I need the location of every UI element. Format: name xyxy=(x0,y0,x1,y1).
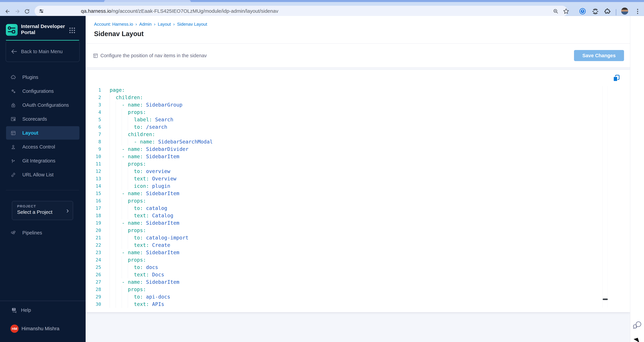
sidebar-item-plugins[interactable]: Plugins xyxy=(0,70,86,84)
user-avatar: HM xyxy=(10,325,19,333)
browser-toolbar: qa.harness.io/ng/account/zEaak-FLS425IEO… xyxy=(0,2,644,16)
action-bar: Configure the position of nav items in t… xyxy=(86,44,630,67)
editor-line: 19- name: SidebarItem xyxy=(86,219,602,227)
line-content: icon: plugin xyxy=(110,182,170,190)
sidebar-item-configurations[interactable]: Configurations xyxy=(0,84,86,98)
editor-scrollbar-thumb[interactable] xyxy=(603,299,608,300)
sidebar-item-git-integrations[interactable]: Git Integrations xyxy=(0,154,86,167)
project-value: Select a Project xyxy=(17,209,52,215)
site-settings-icon[interactable] xyxy=(38,8,44,14)
breadcrumb-item[interactable]: Layout xyxy=(158,22,171,27)
sidebar-item-oauth-configurations[interactable]: OAuth Configurations xyxy=(0,98,86,112)
back-to-main-menu[interactable]: Back to Main Menu xyxy=(6,41,80,62)
line-number: 8 xyxy=(86,138,101,145)
pipelines-icon xyxy=(10,230,16,236)
person-icon xyxy=(10,144,16,150)
line-content: - name: SidebarDivider xyxy=(110,145,188,153)
line-number: 3 xyxy=(86,101,101,109)
line-content: props: xyxy=(110,109,146,116)
line-content: props: xyxy=(110,227,146,234)
line-number: 1 xyxy=(86,86,101,94)
lock-icon xyxy=(10,102,16,108)
editor-line: 15- name: SidebarItem xyxy=(86,190,602,197)
line-content: to: api-docs xyxy=(110,293,170,301)
zoom-icon[interactable] xyxy=(553,8,559,14)
breadcrumb-item[interactable]: Admin xyxy=(139,22,152,27)
sidebar-item-access-control[interactable]: Access Control xyxy=(0,140,86,154)
chat-widget-icon[interactable] xyxy=(632,320,642,330)
copy-icon[interactable] xyxy=(612,74,621,82)
fork-icon xyxy=(10,158,16,164)
forward-icon[interactable] xyxy=(14,8,20,14)
breadcrumb-item[interactable]: Sidenav Layout xyxy=(177,22,207,27)
chevron-right-icon: › xyxy=(66,206,69,215)
project-selector[interactable]: PROJECT Select a Project › xyxy=(12,201,73,220)
sidebar-item-label: Plugins xyxy=(22,70,38,84)
line-number: 18 xyxy=(86,212,101,219)
app-switcher-icon[interactable] xyxy=(69,27,76,34)
url-text[interactable]: qa.harness.io/ng/account/zEaak-FLS425IEO… xyxy=(81,6,278,16)
idp-logo-icon[interactable] xyxy=(6,24,18,36)
line-content: text: Overview xyxy=(110,175,176,182)
onepassword-extension-icon[interactable] xyxy=(579,8,586,14)
help-button[interactable]: Help xyxy=(0,304,86,317)
sidebar-item-url-allow-list[interactable]: URL Allow List xyxy=(0,168,86,181)
yaml-editor-card: 1page:2children:3- name: SidebarGroup4pr… xyxy=(86,70,630,312)
line-content: text: Catalog xyxy=(110,212,173,219)
sidebar-item-label: OAuth Configurations xyxy=(22,98,69,112)
line-content: children: xyxy=(110,131,155,138)
line-number: 29 xyxy=(86,293,101,301)
line-number: 21 xyxy=(86,234,101,242)
editor-line: 6to: /search xyxy=(86,123,602,131)
line-number: 20 xyxy=(86,227,101,234)
sidebar-item-label: Access Control xyxy=(22,140,55,154)
url-path: /ng/account/zEaak-FLS425IEO7OLzMUg/modul… xyxy=(111,8,278,14)
line-content: - name: SidebarGroup xyxy=(110,101,182,109)
sidebar-item-label: Pipelines xyxy=(22,226,42,240)
line-content: text: Docs xyxy=(110,271,164,278)
line-number: 19 xyxy=(86,219,101,227)
editor-line: 22text: Create xyxy=(86,242,602,249)
sidebar-item-label: Scorecards xyxy=(22,112,47,126)
sidebar-item-scorecards[interactable]: Scorecards xyxy=(0,112,86,126)
reload-icon[interactable] xyxy=(24,8,30,14)
sidebar-item-layout[interactable]: Layout xyxy=(0,126,86,140)
bookmark-star-icon[interactable] xyxy=(563,8,570,14)
active-tab[interactable] xyxy=(104,0,191,2)
line-content: to: catalog-import xyxy=(110,234,188,242)
page-header: Account: Harness.io›Admin›Layout›Sidenav… xyxy=(86,16,630,44)
editor-line: 24props: xyxy=(86,256,602,264)
editor-line: 27- name: SidebarItem xyxy=(86,278,602,286)
browser-profile-avatar[interactable] xyxy=(621,7,628,14)
breadcrumb-item[interactable]: Account: Harness.io xyxy=(94,22,133,27)
line-content: to: docs xyxy=(110,264,158,271)
layout-icon xyxy=(10,130,16,136)
line-content: to: /search xyxy=(110,123,167,131)
sidebar: Internal DeveloperPortal Back to Main Me… xyxy=(0,16,86,342)
line-number: 9 xyxy=(86,145,101,153)
sidebar-item-pipelines[interactable]: Pipelines xyxy=(0,226,86,240)
yaml-editor[interactable]: 1page:2children:3- name: SidebarGroup4pr… xyxy=(86,86,602,308)
line-content: - name: SidebarSearchModal xyxy=(110,138,213,145)
line-number: 2 xyxy=(86,94,101,101)
editor-line: 30text: APIs xyxy=(86,301,602,308)
save-changes-button[interactable]: Save Changes xyxy=(574,50,624,61)
line-number: 14 xyxy=(86,182,101,190)
browser-menu-icon[interactable] xyxy=(636,8,640,15)
back-icon[interactable] xyxy=(4,8,10,14)
editor-line: 13text: Overview xyxy=(86,175,602,182)
url-bar[interactable]: qa.harness.io/ng/account/zEaak-FLS425IEO… xyxy=(34,6,568,16)
breadcrumb-separator-icon: › xyxy=(154,22,156,27)
spinner-extension-icon[interactable] xyxy=(592,8,599,15)
line-number: 22 xyxy=(86,242,101,249)
editor-line: 16props: xyxy=(86,197,602,205)
line-number: 23 xyxy=(86,249,101,256)
line-content: props: xyxy=(110,160,146,168)
user-menu[interactable]: HM Himanshu Mishra xyxy=(0,322,86,335)
editor-line: 14icon: plugin xyxy=(86,182,602,190)
line-content: to: catalog xyxy=(110,205,167,212)
plugin-icon xyxy=(10,74,16,80)
line-number: 13 xyxy=(86,175,101,182)
editor-line: 28props: xyxy=(86,286,602,293)
extensions-puzzle-icon[interactable] xyxy=(604,8,611,15)
